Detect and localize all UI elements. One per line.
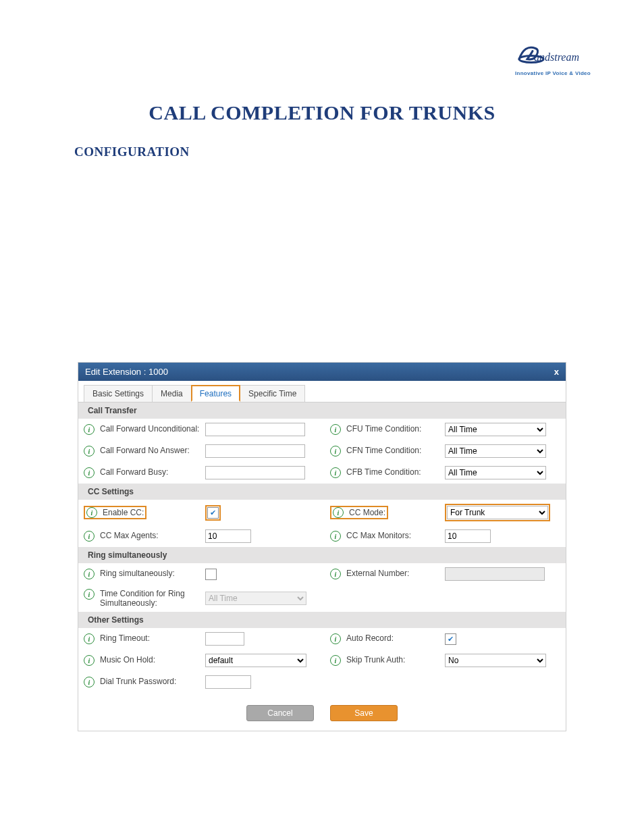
- cfu-tc-label: CFU Time Condition:: [346, 424, 421, 434]
- info-icon[interactable]: i: [84, 467, 95, 478]
- info-icon[interactable]: i: [84, 633, 95, 644]
- ring-tc-label: Time Condition for Ring Simultaneously:: [100, 589, 205, 608]
- cfb-input[interactable]: [205, 466, 305, 479]
- group-title-cc-settings: CC Settings: [78, 484, 566, 500]
- group-title-call-transfer: Call Transfer: [78, 402, 566, 419]
- enable-cc-highlight: i Enable CC:: [84, 506, 146, 519]
- info-icon[interactable]: i: [84, 589, 95, 600]
- brand-logo: andstream Innovative IP Voice & Video: [502, 37, 603, 76]
- cc-max-monitors-input[interactable]: [445, 529, 491, 543]
- brand-tagline: Innovative IP Voice & Video: [502, 70, 603, 76]
- section-heading: CONFIGURATION: [74, 145, 603, 159]
- tab-basic-settings[interactable]: Basic Settings: [84, 385, 153, 402]
- button-bar: Cancel Save: [78, 693, 566, 731]
- cc-max-agents-label: CC Max Agents:: [100, 531, 159, 540]
- tab-media[interactable]: Media: [152, 385, 192, 402]
- moh-select[interactable]: default: [205, 654, 306, 667]
- cfb-label: Call Forward Busy:: [100, 467, 168, 477]
- cc-mode-highlight: i CC Mode:: [330, 506, 388, 519]
- info-icon[interactable]: i: [84, 655, 95, 666]
- cc-mode-select[interactable]: For Trunk: [447, 506, 548, 519]
- close-icon[interactable]: x: [554, 367, 559, 377]
- tab-specific-time[interactable]: Specific Time: [240, 385, 305, 402]
- info-icon[interactable]: i: [84, 424, 95, 435]
- group-title-ring-simul: Ring simultaneously: [78, 547, 566, 563]
- ring-timeout-input[interactable]: [205, 632, 244, 646]
- group-title-other-settings: Other Settings: [78, 612, 566, 628]
- enable-cc-label: Enable CC:: [103, 508, 144, 517]
- ring-simul-label: Ring simultaneously:: [100, 569, 175, 578]
- auto-record-label: Auto Record:: [346, 633, 394, 643]
- external-number-input: [445, 567, 545, 581]
- info-icon[interactable]: i: [84, 446, 95, 457]
- info-icon[interactable]: i: [84, 677, 95, 687]
- tab-features[interactable]: Features: [191, 385, 240, 402]
- enable-cc-checkbox-highlight: [205, 505, 221, 521]
- info-icon[interactable]: i: [330, 655, 341, 666]
- enable-cc-checkbox[interactable]: [207, 507, 219, 519]
- edit-extension-dialog: Edit Extension : 1000 x Basic Settings M…: [78, 362, 566, 731]
- tab-bar: Basic Settings Media Features Specific T…: [78, 381, 566, 402]
- auto-record-checkbox[interactable]: [445, 633, 456, 645]
- cc-max-agents-input[interactable]: [205, 529, 251, 543]
- info-icon[interactable]: i: [330, 569, 341, 579]
- info-icon[interactable]: i: [333, 507, 344, 518]
- info-icon[interactable]: i: [84, 569, 95, 579]
- external-number-label: External Number:: [346, 569, 409, 578]
- cc-mode-select-highlight: For Trunk: [445, 504, 550, 521]
- skip-trunk-auth-select[interactable]: No: [445, 654, 546, 667]
- cfna-input[interactable]: [205, 444, 305, 458]
- skip-trunk-auth-label: Skip Trunk Auth:: [346, 655, 405, 664]
- page-title: CALL COMPLETION FOR TRUNKS: [41, 101, 603, 124]
- ring-simul-checkbox[interactable]: [205, 569, 217, 580]
- info-icon[interactable]: i: [86, 507, 97, 518]
- dial-trunk-pw-label: Dial Trunk Password:: [100, 677, 176, 686]
- cfb-tc-label: CFB Time Condition:: [346, 467, 421, 477]
- save-button[interactable]: Save: [330, 705, 398, 721]
- cfna-tc-select[interactable]: All Time: [445, 444, 546, 458]
- ring-timeout-label: Ring Timeout:: [100, 633, 150, 643]
- cfna-tc-label: CFN Time Condition:: [346, 446, 421, 455]
- dialog-title: Edit Extension : 1000: [85, 367, 168, 377]
- info-icon[interactable]: i: [330, 531, 341, 542]
- ring-tc-select: All Time: [205, 592, 306, 605]
- cfna-label: Call Forward No Answer:: [100, 446, 190, 455]
- info-icon[interactable]: i: [330, 467, 341, 478]
- info-icon[interactable]: i: [330, 633, 341, 644]
- grandstream-logo-icon: andstream: [512, 37, 593, 68]
- cc-max-monitors-label: CC Max Monitors:: [346, 531, 411, 540]
- cancel-button[interactable]: Cancel: [246, 705, 314, 721]
- cc-mode-label: CC Mode:: [349, 508, 385, 517]
- cfu-tc-select[interactable]: All Time: [445, 423, 546, 436]
- dial-trunk-pw-input[interactable]: [205, 675, 251, 689]
- cfu-input[interactable]: [205, 423, 305, 436]
- cfu-label: Call Forward Unconditional:: [100, 424, 199, 434]
- info-icon[interactable]: i: [84, 531, 95, 542]
- moh-label: Music On Hold:: [100, 655, 155, 664]
- svg-text:andstream: andstream: [534, 51, 579, 63]
- info-icon[interactable]: i: [330, 424, 341, 435]
- info-icon[interactable]: i: [330, 446, 341, 457]
- cfb-tc-select[interactable]: All Time: [445, 466, 546, 479]
- dialog-header: Edit Extension : 1000 x: [78, 363, 566, 381]
